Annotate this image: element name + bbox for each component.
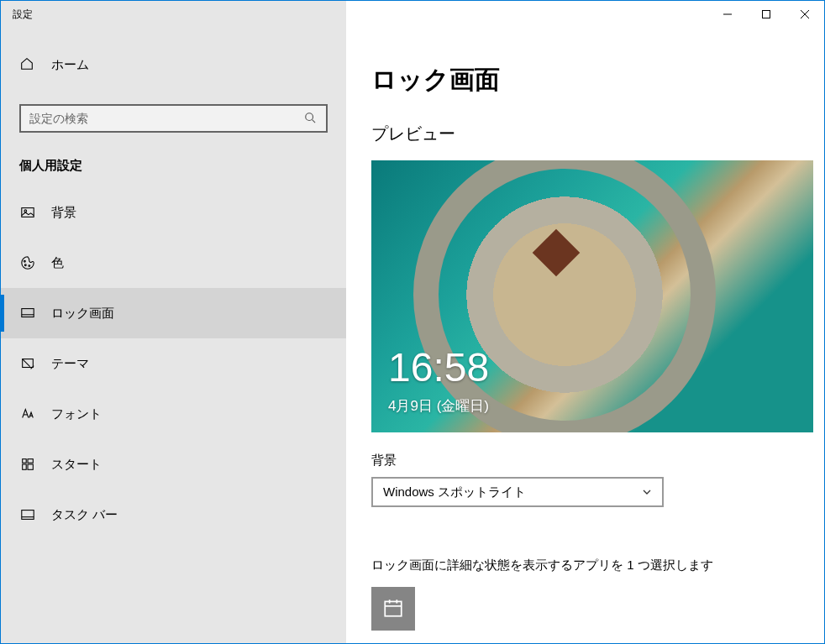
font-icon	[19, 406, 36, 421]
home-button[interactable]: ホーム	[1, 45, 346, 86]
svg-rect-18	[23, 464, 27, 469]
sidebar: ホーム 個人用設定 背景 色	[1, 28, 346, 643]
detail-status-app-button[interactable]	[371, 587, 415, 631]
sidebar-item-fonts[interactable]: フォント	[1, 389, 346, 439]
sidebar-item-themes[interactable]: テーマ	[1, 338, 346, 389]
svg-point-4	[306, 113, 313, 120]
sidebar-item-label: 色	[51, 255, 64, 271]
svg-point-8	[24, 260, 26, 262]
svg-rect-11	[22, 309, 34, 317]
sidebar-item-lockscreen[interactable]: ロック画面	[1, 288, 346, 338]
background-dropdown[interactable]: Windows スポットライト	[371, 477, 664, 507]
svg-point-9	[24, 264, 26, 266]
window-title: 設定	[1, 1, 346, 28]
palette-icon	[19, 255, 36, 270]
sidebar-section-title: 個人用設定	[1, 133, 346, 187]
dropdown-selected: Windows スポットライト	[383, 484, 526, 500]
svg-rect-16	[23, 459, 27, 463]
home-label: ホーム	[51, 57, 89, 73]
svg-rect-6	[22, 208, 34, 217]
background-field-label: 背景	[371, 453, 799, 469]
svg-rect-22	[385, 601, 402, 615]
svg-point-7	[24, 210, 27, 212]
sidebar-item-label: スタート	[51, 457, 102, 473]
sidebar-item-label: テーマ	[51, 356, 89, 372]
detail-app-label: ロック画面に詳細な状態を表示するアプリを 1 つ選択します	[371, 558, 799, 573]
search-box[interactable]	[19, 104, 328, 133]
sidebar-item-background[interactable]: 背景	[1, 187, 346, 238]
preview-time: 16:58	[388, 344, 489, 390]
taskbar-icon	[19, 507, 36, 522]
calendar-icon	[382, 597, 404, 621]
maximize-button[interactable]	[747, 1, 786, 28]
sidebar-item-label: ロック画面	[51, 306, 114, 322]
picture-icon	[19, 205, 36, 220]
sidebar-item-label: 背景	[51, 205, 76, 221]
preview-label: プレビュー	[371, 123, 799, 145]
start-icon	[19, 457, 36, 472]
minimize-button[interactable]	[708, 1, 747, 28]
sidebar-item-label: タスク バー	[51, 507, 118, 523]
theme-icon	[19, 356, 36, 371]
sidebar-item-colors[interactable]: 色	[1, 238, 346, 288]
preview-date: 4月9日 (金曜日)	[388, 396, 489, 416]
svg-line-5	[313, 119, 316, 123]
sidebar-item-taskbar[interactable]: タスク バー	[1, 490, 346, 540]
close-button[interactable]	[786, 1, 824, 28]
chevron-down-icon	[642, 485, 652, 500]
titlebar: 設定	[1, 1, 824, 28]
svg-rect-1	[763, 11, 770, 18]
svg-point-10	[29, 265, 30, 267]
svg-rect-20	[22, 510, 34, 520]
sidebar-item-start[interactable]: スタート	[1, 439, 346, 490]
search-icon	[304, 112, 318, 126]
search-input[interactable]	[29, 112, 304, 125]
lockscreen-icon	[19, 306, 36, 321]
home-icon	[19, 56, 36, 74]
svg-rect-19	[28, 464, 33, 469]
sidebar-item-label: フォント	[51, 406, 102, 422]
main-content: ロック画面 プレビュー 16:58 4月9日 (金曜日) 背景 Windows …	[346, 28, 824, 643]
page-title: ロック画面	[371, 63, 799, 97]
svg-rect-17	[28, 459, 33, 463]
lockscreen-preview: 16:58 4月9日 (金曜日)	[371, 160, 813, 432]
